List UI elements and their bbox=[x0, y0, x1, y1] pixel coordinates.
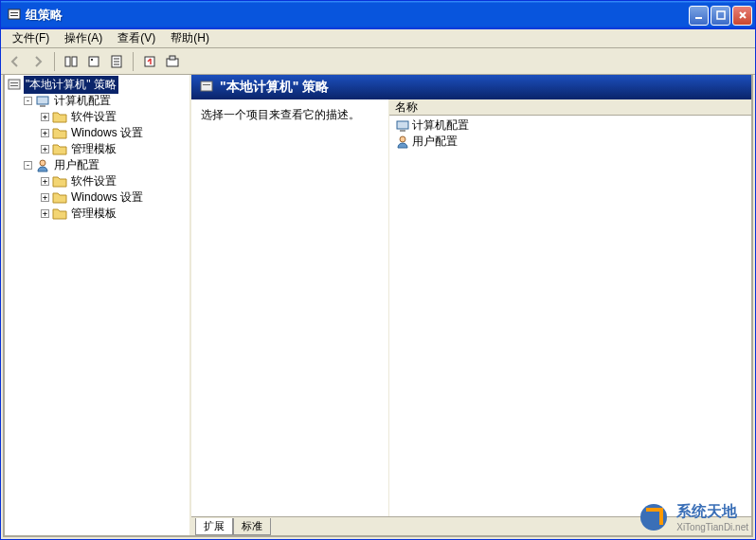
folder-icon bbox=[52, 190, 67, 206]
svg-rect-4 bbox=[717, 11, 725, 19]
column-header-name[interactable]: 名称 bbox=[389, 99, 751, 116]
close-button[interactable] bbox=[732, 6, 752, 26]
folder-icon bbox=[52, 207, 67, 222]
tree-panel[interactable]: "本地计算机" 策略 - 计算机配置 +软件设置 +Windows 设置 +管理… bbox=[5, 75, 191, 535]
details-header-text: "本地计算机" 策略 bbox=[220, 79, 329, 96]
policy-icon bbox=[199, 80, 214, 95]
menubar: 文件(F) 操作(A) 查看(V) 帮助(H) bbox=[1, 29, 755, 48]
tab-row: 扩展 标准 bbox=[191, 516, 751, 535]
folder-icon bbox=[52, 110, 67, 125]
svg-rect-17 bbox=[40, 105, 45, 107]
description-text: 选择一个项目来查看它的描述。 bbox=[201, 108, 360, 121]
collapse-icon[interactable]: - bbox=[24, 97, 32, 105]
app-icon bbox=[7, 8, 22, 23]
svg-point-18 bbox=[40, 160, 45, 166]
menu-action[interactable]: 操作(A) bbox=[57, 28, 110, 48]
svg-rect-21 bbox=[397, 121, 408, 129]
details-header: "本地计算机" 策略 bbox=[191, 75, 751, 99]
svg-rect-6 bbox=[72, 57, 77, 66]
tree-admin[interactable]: 管理模板 bbox=[69, 205, 118, 223]
expand-icon[interactable]: + bbox=[41, 145, 49, 153]
svg-rect-13 bbox=[9, 80, 20, 89]
svg-rect-14 bbox=[10, 82, 18, 83]
list-item[interactable]: 计算机配置 bbox=[391, 117, 749, 134]
list-item-label: 用户配置 bbox=[412, 134, 458, 150]
svg-rect-10 bbox=[145, 57, 154, 66]
collapse-icon[interactable]: - bbox=[24, 161, 32, 170]
forward-button bbox=[27, 51, 48, 72]
svg-rect-3 bbox=[695, 17, 702, 19]
svg-point-23 bbox=[400, 136, 405, 142]
svg-rect-19 bbox=[201, 81, 212, 91]
expand-icon[interactable]: + bbox=[41, 129, 49, 137]
expand-icon[interactable]: + bbox=[41, 113, 49, 121]
expand-icon[interactable]: + bbox=[41, 209, 49, 218]
toolbar-separator bbox=[54, 52, 55, 71]
list-view[interactable]: 名称 计算机配置 用户配置 bbox=[388, 99, 751, 516]
folder-icon bbox=[52, 126, 67, 141]
list-item[interactable]: 用户配置 bbox=[391, 134, 749, 150]
menu-view[interactable]: 查看(V) bbox=[110, 28, 163, 48]
svg-rect-1 bbox=[10, 12, 18, 13]
menu-help[interactable]: 帮助(H) bbox=[163, 28, 217, 48]
folder-icon bbox=[52, 142, 67, 157]
computer-icon bbox=[35, 94, 50, 109]
properties-button[interactable] bbox=[106, 51, 127, 72]
policy-icon bbox=[7, 78, 22, 93]
svg-rect-0 bbox=[9, 9, 20, 19]
svg-rect-8 bbox=[91, 59, 93, 61]
maximize-button[interactable] bbox=[711, 6, 730, 26]
user-icon bbox=[395, 135, 410, 150]
svg-rect-12 bbox=[170, 56, 175, 60]
tab-extended[interactable]: 扩展 bbox=[195, 518, 233, 535]
expand-icon[interactable]: + bbox=[41, 193, 49, 202]
details-panel: "本地计算机" 策略 选择一个项目来查看它的描述。 名称 计算机配置 bbox=[191, 75, 751, 535]
svg-rect-16 bbox=[37, 97, 48, 104]
tab-standard[interactable]: 标准 bbox=[233, 518, 271, 535]
toolbar-separator bbox=[133, 52, 134, 71]
minimize-button[interactable] bbox=[689, 6, 709, 26]
svg-rect-2 bbox=[10, 15, 18, 16]
toolbar-btn-5[interactable] bbox=[162, 51, 183, 72]
svg-rect-5 bbox=[65, 57, 70, 66]
toolbar-btn-1[interactable] bbox=[61, 51, 81, 72]
toolbar-btn-2[interactable] bbox=[83, 51, 104, 72]
toolbar bbox=[1, 48, 755, 75]
user-icon bbox=[35, 158, 50, 173]
export-button[interactable] bbox=[139, 51, 160, 72]
expand-icon[interactable]: + bbox=[41, 177, 49, 186]
svg-rect-20 bbox=[203, 84, 210, 85]
computer-icon bbox=[395, 118, 410, 134]
svg-rect-7 bbox=[89, 57, 99, 66]
titlebar[interactable]: 组策略 bbox=[1, 1, 755, 29]
menu-file[interactable]: 文件(F) bbox=[5, 28, 57, 48]
list-item-label: 计算机配置 bbox=[412, 117, 469, 134]
titlebar-text: 组策略 bbox=[26, 7, 689, 24]
folder-icon bbox=[52, 174, 67, 189]
back-button bbox=[5, 51, 26, 72]
svg-rect-15 bbox=[10, 85, 18, 86]
svg-rect-22 bbox=[400, 130, 405, 132]
